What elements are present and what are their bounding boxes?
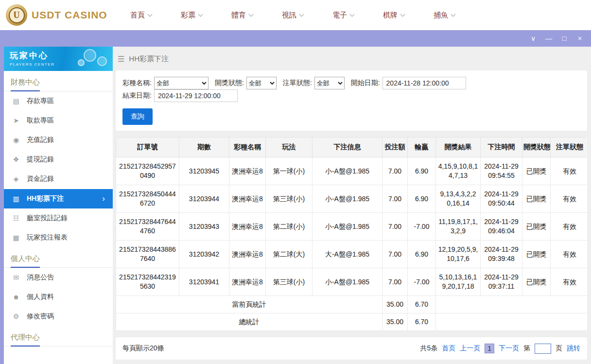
table-cell: 有效 [551, 185, 588, 213]
withdraw-area-icon: ➤ [12, 117, 20, 124]
summary-empty [436, 313, 588, 331]
sidebar-menu: 財務中心▤存款專區➤取款專區◉充值記錄❖提現記錄◈資金記錄▥HH彩票下注›☷廳室… [4, 78, 113, 347]
table-cell: 有效 [551, 268, 588, 296]
header-row: 訂單號期數彩種名稱玩法下注信息投注額輸贏開獎結果下注時間開獎狀態注單狀態 [116, 138, 588, 157]
sidebar-item-player-bet-report[interactable]: ▦玩家投注報表 [4, 228, 113, 247]
sidebar-item-room-bet-records[interactable]: ☷廳室投註記錄 [4, 208, 113, 228]
table-cell: 31203944 [179, 185, 229, 213]
deposit-area-icon: ▤ [12, 97, 20, 105]
table-cell: 澳洲幸运8 [229, 157, 266, 185]
table-cell: 31203941 [179, 268, 229, 296]
minimize-icon[interactable]: — [542, 33, 555, 44]
table-row: 215217328450444672031203944澳洲幸运8第三球(小)小-… [116, 185, 588, 213]
column-header: 下注時間 [481, 138, 522, 157]
end-date-label: 結束日期: [122, 91, 152, 100]
current-page[interactable]: 1 [485, 344, 494, 353]
nav-item-4[interactable]: 視訊 [267, 0, 318, 30]
sidebar-item-fund-records[interactable]: ◈資金記錄 [4, 169, 113, 189]
page-title: HH彩票下注 [129, 54, 169, 64]
column-header: 開獎狀態 [522, 138, 551, 157]
chevron-down-icon [400, 12, 405, 17]
table-cell: 11,19,8,17,1,3,2,9 [436, 213, 481, 241]
usdt-logo-icon: U [6, 4, 27, 26]
player-bet-report-icon: ▦ [12, 234, 20, 242]
sidebar-item-deposit-area[interactable]: ▤存款專區 [4, 91, 113, 111]
sidebar-item-withdrawal-records[interactable]: ❖提現記錄 [4, 150, 113, 169]
chevron-right-icon: › [102, 194, 105, 204]
nav-item-label: 首頁 [130, 11, 145, 20]
table-cell: 31203945 [179, 157, 229, 185]
draw-status-select[interactable]: 全部 [246, 77, 277, 89]
table-cell: 第二球(小) [266, 213, 313, 241]
close-icon[interactable]: × [574, 33, 586, 44]
sidebar-item-hh-lottery-bets[interactable]: ▥HH彩票下注› [4, 189, 113, 208]
page-jump-input[interactable] [535, 344, 551, 354]
nav-item-6[interactable]: 棋牌 [368, 0, 419, 30]
nav-item-5[interactable]: 電子 [318, 0, 368, 30]
table-cell: 7.00 [382, 213, 408, 241]
chevron-down-icon [299, 12, 304, 17]
start-date-input[interactable] [382, 77, 466, 89]
jump-button[interactable]: 跳转 [567, 344, 580, 353]
sidebar-item-profile[interactable]: ☻個人資料 [4, 287, 113, 307]
table-cell: 已開獎 [522, 185, 551, 213]
breadcrumb: ☰ HH彩票下注 [116, 52, 587, 70]
bets-table-card: 訂單號期數彩種名稱玩法下注信息投注額輸贏開獎結果下注時間開獎狀態注單狀態2152… [116, 137, 587, 331]
table-cell: -7.00 [408, 213, 436, 241]
table-cell: 澳洲幸运8 [229, 241, 266, 268]
nav-item-label: 棋牌 [383, 11, 398, 20]
column-header: 輸贏 [408, 138, 436, 157]
nav-item-3[interactable]: 體育 [217, 0, 267, 30]
table-cell: 2152173284529570490 [116, 157, 179, 185]
table-cell: 31203943 [179, 213, 229, 241]
table-cell: 2152173284438867640 [116, 241, 179, 268]
lottery-name-label: 彩種名稱: [122, 79, 152, 87]
table-cell: 第二球(大) [266, 241, 313, 268]
lottery-name-select[interactable]: 全部 [154, 77, 209, 89]
table-cell: 2024-11-29 09:37:11 [481, 268, 522, 296]
total-count: 共5条 [420, 344, 437, 353]
search-button[interactable]: 查詢 [122, 108, 153, 125]
sidebar-item-label: 個人資料 [27, 293, 54, 301]
table-cell: 第三球(小) [266, 268, 313, 296]
sidebar-item-change-password[interactable]: ⚙修改密碼 [4, 307, 113, 326]
billiard-ball-decoration [97, 56, 107, 66]
logo[interactable]: U USDT CASINO [0, 4, 116, 26]
table-row: 215217328443886764031203942澳洲幸运8第二球(大)大-… [116, 241, 588, 268]
nav-item-7[interactable]: 捕魚 [419, 0, 469, 30]
first-page-link[interactable]: 首页 [442, 344, 455, 353]
end-date-input[interactable] [154, 89, 238, 102]
prev-page-link[interactable]: 上一页 [460, 344, 480, 353]
table-row: 215217328447644476031203943澳洲幸运8第二球(小)小-… [116, 213, 588, 241]
table-cell: 2152173284423195630 [116, 268, 179, 296]
nav-item-label: 電子 [332, 11, 347, 20]
hamburger-menu-icon[interactable]: ☰ [118, 54, 124, 64]
next-page-link[interactable]: 下一页 [499, 344, 519, 353]
table-cell: 有效 [551, 157, 588, 185]
table-cell: -7.00 [408, 268, 436, 296]
section-title-text: 個人中心 [11, 254, 40, 268]
room-bet-records-icon: ☷ [12, 214, 20, 222]
logo-letter: U [9, 7, 25, 23]
column-header: 投注額 [382, 138, 408, 157]
jump-prefix-label: 第 [523, 344, 530, 353]
sidebar-item-announcements[interactable]: ✉消息公告 [4, 268, 113, 287]
logo-text: USDT CASINO [32, 9, 107, 21]
pagination: 共5条 首页 上一页 1 下一页 第 页 跳转 [420, 344, 580, 354]
summary-bet-total: 35.00 [382, 313, 408, 331]
table-cell: 7.00 [382, 157, 408, 185]
chevron-down-icon[interactable]: ∨ [527, 33, 539, 44]
top-menu: 首頁彩票體育視訊電子棋牌捕魚 [116, 0, 591, 30]
recharge-records-icon: ◉ [12, 136, 20, 144]
column-header: 彩種名稱 [229, 138, 266, 157]
page-size-text: 每頁顯示20條 [122, 344, 164, 353]
nav-item-2[interactable]: 彩票 [166, 0, 217, 30]
section-title-text: 代理中心 [11, 333, 40, 347]
sidebar-item-recharge-records[interactable]: ◉充值記錄 [4, 130, 113, 150]
sidebar-item-withdraw-area[interactable]: ➤取款專區 [4, 111, 113, 130]
order-status-select[interactable]: 全部 [314, 77, 345, 89]
top-navigation: U USDT CASINO 首頁彩票體育視訊電子棋牌捕魚 [0, 0, 591, 30]
maximize-icon[interactable]: □ [558, 33, 571, 44]
nav-item-1[interactable]: 首頁 [116, 0, 166, 30]
hh-lottery-bets-icon: ▥ [12, 195, 20, 203]
